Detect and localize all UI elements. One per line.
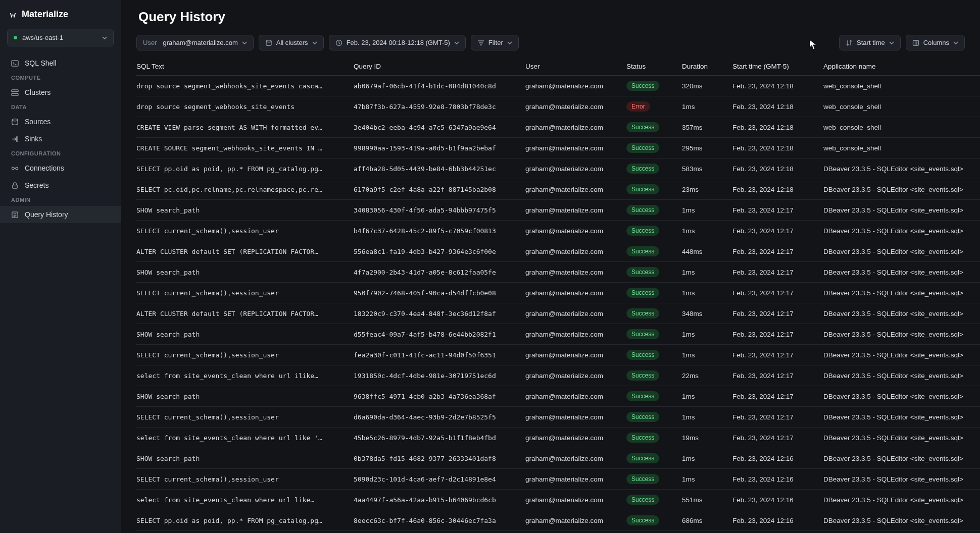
cell-query-id: 556ea8c1-fa19-4db3-b427-9364e3c6f00e [354, 241, 525, 262]
table-row[interactable]: SELECT current_schema(),session_user5090… [136, 469, 980, 490]
filter-clusters[interactable]: All clusters [259, 35, 324, 50]
cell-start: Feb. 23, 2024 12:16 [732, 490, 823, 510]
cell-user: graham@materialize.com [525, 76, 626, 96]
status-badge: Success [626, 370, 659, 381]
cell-duration: 1ms [682, 96, 732, 117]
cell-start: Feb. 23, 2024 12:18 [732, 96, 823, 117]
table-row[interactable]: SELECT pp.oid as poid, pp.* FROM pg_cata… [136, 510, 980, 531]
cell-user: graham@materialize.com [525, 490, 626, 510]
region-selector[interactable]: aws/us-east-1 [7, 29, 114, 46]
status-badge: Success [626, 495, 659, 505]
cell-app: DBeaver 23.3.5 - SQLEditor <site_events.… [823, 200, 980, 221]
table-row[interactable]: SHOW search_path0b378da5-fd15-4682-9377-… [136, 448, 980, 469]
table-row[interactable]: CREATE VIEW parse_segment AS WITH format… [136, 117, 980, 138]
cell-user: graham@materialize.com [525, 386, 626, 407]
svg-point-3 [12, 119, 18, 121]
cell-query-id: aff4ba28-5d05-4439-be84-6bb3b44251ec [354, 158, 525, 179]
cell-sql: select from site_events_clean where url … [136, 365, 354, 386]
cell-sql: SELECT current_schema(),session_user [136, 469, 354, 490]
status-badge: Success [626, 350, 659, 360]
col-user[interactable]: User [525, 58, 626, 76]
cell-duration: 1ms [682, 200, 732, 221]
table-row[interactable]: select from site_events_clean where url … [136, 490, 980, 510]
cell-status: Success [626, 386, 682, 407]
cell-status: Success [626, 76, 682, 96]
cell-query-id: 3e404bc2-eeba-4c94-a7c5-6347a9ae9e64 [354, 117, 525, 138]
status-badge: Success [626, 246, 659, 256]
svg-rect-7 [13, 185, 17, 188]
sidebar-item-query-history[interactable]: Query History [0, 206, 121, 223]
sidebar-section-data: DATA [0, 101, 121, 113]
col-sql[interactable]: SQL Text [136, 58, 354, 76]
col-start[interactable]: Start time (GMT-5) [732, 58, 823, 76]
table-row[interactable]: SELECT current_schema(),session_userd6a6… [136, 407, 980, 428]
filter-label: Filter [488, 39, 503, 46]
sidebar-item-connections[interactable]: Connections [0, 159, 121, 177]
cell-query-id: 34083056-430f-4f50-ada5-94bbb97475f5 [354, 200, 525, 221]
cell-duration: 1ms [682, 345, 732, 365]
table-row[interactable]: ALTER CLUSTER default SET (REPLICATION F… [136, 241, 980, 262]
cell-sql: SHOW search_path [136, 324, 354, 345]
table-row[interactable]: SHOW search_path9638ffc5-4971-4cb0-a2b3-… [136, 386, 980, 407]
cell-query-id: 4aa4497f-a56a-42aa-b915-b64069bcd6cb [354, 490, 525, 510]
cell-app: web_console_shell [823, 117, 980, 138]
brand-row: Materialize [0, 5, 121, 29]
table-row[interactable]: SHOW search_pathd55feac4-09a7-4af5-b478-… [136, 324, 980, 345]
cell-start: Feb. 23, 2024 12:16 [732, 510, 823, 531]
table-row[interactable]: SELECT pp.oid as poid, pp.* FROM pg_cata… [136, 158, 980, 179]
filter-user[interactable]: User graham@materialize.com [136, 35, 254, 50]
columns-button[interactable]: Columns [906, 35, 965, 50]
sort-button[interactable]: Start time [839, 35, 901, 50]
sidebar-item-secrets[interactable]: Secrets [0, 177, 121, 194]
cell-app: DBeaver 23.3.5 - SQLEditor <site_events.… [823, 345, 980, 365]
cell-query-id: 9638ffc5-4971-4cb0-a2b3-4a736ea368af [354, 386, 525, 407]
cell-sql: ALTER CLUSTER default SET (REPLICATION F… [136, 303, 354, 324]
table-row[interactable]: SHOW search_path4f7a2900-2b43-41d7-a05e-… [136, 262, 980, 283]
status-badge: Success [626, 433, 659, 443]
cell-user: graham@materialize.com [525, 448, 626, 469]
region-value: aws/us-east-1 [22, 34, 63, 41]
cell-start: Feb. 23, 2024 12:17 [732, 324, 823, 345]
table-row[interactable]: SELECT pc.oid,pc.relname,pc.relnamespace… [136, 179, 980, 200]
col-status[interactable]: Status [626, 58, 682, 76]
cell-query-id: 0b378da5-fd15-4682-9377-26333401daf8 [354, 448, 525, 469]
sources-icon [11, 118, 19, 126]
cell-app: web_console_shell [823, 76, 980, 96]
cell-user: graham@materialize.com [525, 469, 626, 490]
status-badge: Success [626, 164, 659, 174]
table-row[interactable]: SELECT current_schema(),session_userfea2… [136, 345, 980, 365]
table-row[interactable]: SELECT current_schema(),session_user950f… [136, 283, 980, 303]
table-row[interactable]: drop source segment_webhooks_site_events… [136, 76, 980, 96]
cell-user: graham@materialize.com [525, 428, 626, 448]
table-row[interactable]: select from site_events_clean where url … [136, 428, 980, 448]
table-row[interactable]: select from site_events_clean where url … [136, 365, 980, 386]
filter-timerange[interactable]: Feb. 23, 2024 00:18-12:18 (GMT-5) [329, 35, 466, 50]
sidebar-item-sources[interactable]: Sources [0, 113, 121, 130]
table-row[interactable]: CREATE SOURCE segment_webhooks_site_even… [136, 138, 980, 158]
sidebar-item-sql-shell[interactable]: SQL Shell [0, 55, 121, 72]
sidebar-item-label: Connections [25, 164, 64, 172]
columns-icon [912, 39, 919, 46]
col-duration[interactable]: Duration [682, 58, 732, 76]
table-row[interactable]: SELECT current_schema(),session_userb4f6… [136, 221, 980, 241]
table-row[interactable]: drop source segment_webhooks_site_events… [136, 96, 980, 117]
cell-status: Success [626, 241, 682, 262]
cell-status: Success [626, 117, 682, 138]
cell-duration: 583ms [682, 158, 732, 179]
cell-duration: 551ms [682, 490, 732, 510]
sidebar-item-clusters[interactable]: Clusters [0, 84, 121, 101]
cell-user: graham@materialize.com [525, 283, 626, 303]
cell-user: graham@materialize.com [525, 407, 626, 428]
sidebar-item-sinks[interactable]: Sinks [0, 130, 121, 147]
cell-start: Feb. 23, 2024 12:17 [732, 303, 823, 324]
filter-button[interactable]: Filter [471, 35, 519, 50]
cell-app: web_console_shell [823, 96, 980, 117]
status-badge: Success [626, 288, 659, 298]
table-row[interactable]: SHOW search_path34083056-430f-4f50-ada5-… [136, 200, 980, 221]
col-query-id[interactable]: Query ID [354, 58, 525, 76]
table-row[interactable]: ALTER CLUSTER default SET (REPLICATION F… [136, 303, 980, 324]
col-app[interactable]: Application name [823, 58, 980, 76]
cell-start: Feb. 23, 2024 12:17 [732, 221, 823, 241]
cell-app: DBeaver 23.3.5 - SQLEditor <site_events.… [823, 365, 980, 386]
cell-user: graham@materialize.com [525, 117, 626, 138]
